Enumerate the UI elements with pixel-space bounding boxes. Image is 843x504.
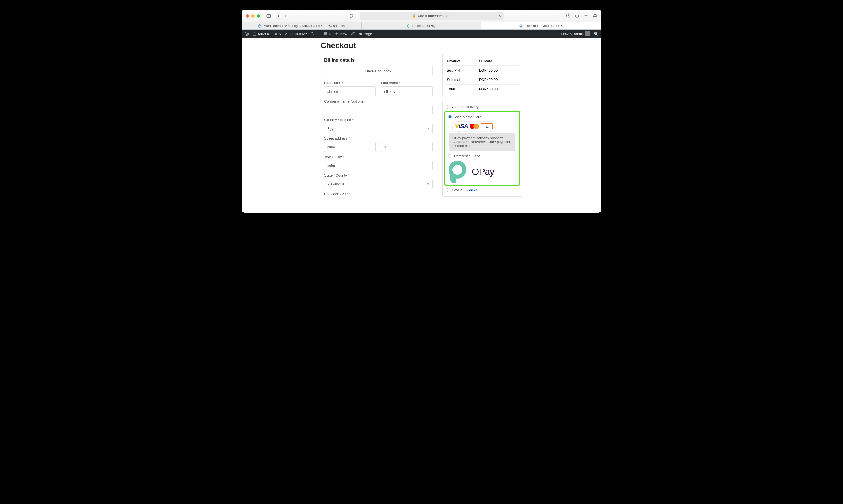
window-controls (246, 14, 260, 18)
mastercard-logo (470, 123, 479, 129)
shield-icon[interactable] (348, 13, 355, 19)
order-summary: Product Subtotal test × 4 EGP400.00 (442, 54, 522, 96)
browser-window: ‹ › 🔒 woo.mimocodes.com ↻ W WooCommerce … (242, 10, 601, 213)
radio-icon (446, 105, 449, 109)
company-label: Company name (optional) (324, 99, 433, 103)
wp-admin-bar: W MIMOCODES Customize 11 0 New Edit Page… (242, 30, 601, 38)
wordpress-favicon: W (519, 24, 523, 28)
col-subtotal: Subtotal (478, 56, 519, 66)
customize-link[interactable]: Customize (284, 32, 307, 36)
card-logos: VISA ميزة (452, 121, 495, 131)
order-table: Product Subtotal test × 4 EGP400.00 (445, 56, 519, 94)
meeza-logo: ميزة (481, 123, 493, 129)
reload-icon[interactable]: ↻ (498, 14, 501, 18)
last-name-input[interactable] (381, 87, 433, 96)
payment-methods: Cash on delivery Visa/MasterCard VISA مي… (442, 100, 522, 197)
howdy-user[interactable]: Howdy, admin (561, 31, 590, 36)
site-name[interactable]: MIMOCODES (252, 32, 281, 36)
country-label: Country / Region * (324, 118, 433, 122)
order-row: test × 4 EGP400.00 (445, 66, 519, 75)
payment-cod[interactable]: Cash on delivery (443, 103, 522, 110)
tab-label: WooCommerce settings ‹ MIMOCODES — WordP… (264, 24, 345, 28)
opay-wordmark: OPay (472, 166, 494, 177)
payment-visa-mastercard[interactable]: Visa/MasterCard (446, 113, 518, 121)
page-title: Checkout (321, 41, 522, 50)
opay-logo: OPay (449, 161, 518, 182)
svg-line-13 (596, 34, 597, 35)
svg-point-12 (594, 32, 597, 35)
city-input[interactable] (324, 161, 433, 170)
updates-link[interactable]: 11 (310, 32, 320, 36)
new-link[interactable]: New (335, 32, 347, 36)
total-row: Total EGP400.00 (445, 85, 519, 94)
avatar (585, 31, 590, 36)
postcode-label: Postcode / ZIP * (324, 192, 433, 196)
nav-buttons: ‹ › (276, 13, 288, 19)
admin-search-icon[interactable] (593, 31, 598, 36)
close-window[interactable] (246, 14, 249, 18)
comments-link[interactable]: 0 (323, 32, 331, 36)
forward-button[interactable]: › (283, 13, 288, 19)
tab-woocommerce-settings[interactable]: W WooCommerce settings ‹ MIMOCODES — Wor… (242, 22, 361, 29)
payment-reference-code[interactable]: Reference Code (446, 152, 518, 160)
toolbar-right (566, 13, 597, 19)
tab-label: Checkout – MIMOCODES (525, 24, 563, 28)
svg-rect-7 (593, 14, 596, 17)
visa-logo: VISA (455, 123, 468, 130)
browser-tabs: W WooCommerce settings ‹ MIMOCODES — Wor… (242, 22, 601, 30)
svg-rect-6 (594, 14, 596, 17)
chevron-down-icon: ▼ (427, 183, 430, 186)
share-icon[interactable] (575, 13, 579, 19)
page-content: Checkout Billing details Have a coupon? … (242, 38, 601, 213)
first-name-input[interactable] (324, 87, 376, 96)
back-button[interactable]: ‹ (276, 13, 281, 19)
state-label: State / County * (324, 173, 433, 177)
last-name-label: Last name * (381, 81, 433, 85)
country-select[interactable]: Egypt ▼ (324, 124, 433, 133)
wordpress-favicon: W (258, 24, 262, 28)
radio-icon (448, 155, 451, 158)
chevron-down-icon: ▼ (427, 127, 430, 130)
street-label: Street address * (324, 136, 433, 140)
radio-icon (446, 188, 449, 192)
billing-panel: Billing details Have a coupon? First nam… (321, 54, 436, 201)
opay-mark-icon (449, 161, 467, 182)
subtotal-row: Subtotal EGP400.00 (445, 75, 519, 85)
street-input-1[interactable] (324, 142, 376, 152)
coupon-toggle[interactable]: Have a coupon? (324, 66, 433, 76)
opay-highlight: Visa/MasterCard VISA ميزة OPay payment g… (444, 111, 520, 186)
svg-rect-0 (267, 14, 271, 17)
col-product: Product (445, 56, 478, 66)
address-bar[interactable]: 🔒 woo.mimocodes.com ↻ (360, 12, 504, 20)
state-select[interactable]: Alexandria ▼ (324, 179, 433, 189)
lock-icon: 🔒 (412, 14, 416, 18)
tab-opay-settings[interactable]: Settings - OPay (361, 22, 481, 29)
new-tab-icon[interactable] (584, 13, 589, 19)
url-text: woo.mimocodes.com (418, 14, 451, 18)
edit-page-link[interactable]: Edit Page (351, 32, 372, 36)
tab-label: Settings - OPay (412, 24, 435, 28)
billing-heading: Billing details (324, 57, 433, 63)
maximize-window[interactable] (257, 14, 260, 18)
first-name-label: First name * (324, 81, 376, 85)
payment-paypal[interactable]: PayPal PayPal (443, 186, 522, 194)
minimize-window[interactable] (251, 14, 254, 18)
street-input-2[interactable] (381, 142, 433, 152)
tab-checkout[interactable]: W Checkout – MIMOCODES (482, 22, 601, 29)
tabs-overview-icon[interactable] (592, 13, 597, 19)
downloads-icon[interactable] (566, 13, 571, 19)
payment-description: OPay payment gateway supports Bank Card,… (449, 133, 516, 150)
company-input[interactable] (324, 105, 433, 115)
opay-favicon (407, 24, 410, 28)
paypal-logo: PayPal (466, 188, 478, 192)
sidebar-toggle-icon[interactable] (265, 13, 272, 19)
radio-visa[interactable] (448, 115, 452, 119)
titlebar: ‹ › 🔒 woo.mimocodes.com ↻ (242, 10, 601, 22)
city-label: Town / City * (324, 155, 433, 159)
wp-logo[interactable]: W (245, 32, 249, 36)
svg-text:W: W (246, 33, 248, 35)
